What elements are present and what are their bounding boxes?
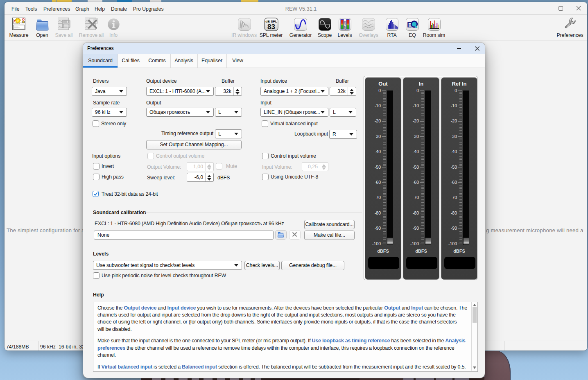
svg-text:9: 9: [344, 28, 346, 31]
svg-text:83: 83: [267, 23, 275, 31]
